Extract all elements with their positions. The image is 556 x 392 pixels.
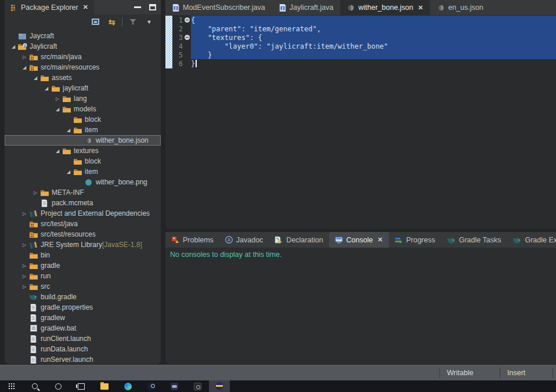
fold-collapse-icon[interactable] xyxy=(183,35,191,40)
minimize-view-button[interactable] xyxy=(134,6,141,8)
tree-item-jaycraft[interactable]: Jaycraft xyxy=(5,31,161,41)
tree-item-assets[interactable]: ◢assets xyxy=(5,72,161,83)
tree-item-bin[interactable]: bin xyxy=(5,250,161,260)
edge-icon[interactable] xyxy=(116,380,139,392)
tree-item-lang[interactable]: ▷lang xyxy=(5,93,161,104)
editor-tab-wither-bone-json[interactable]: wither_bone.json✕ xyxy=(340,0,430,15)
view-tab-javadoc[interactable]: aJavadoc xyxy=(219,232,269,248)
search-icon[interactable] xyxy=(23,380,46,392)
code-line-6[interactable]: 6} xyxy=(172,59,556,68)
editor-tab-jaylicraft-java[interactable]: JJaylicraft.java xyxy=(272,0,341,15)
declaration-icon xyxy=(275,236,283,244)
chevron-expanded-icon[interactable]: ◢ xyxy=(42,86,50,91)
tree-item-label: JRE System Library xyxy=(38,241,102,249)
chevron-collapsed-icon[interactable]: ▷ xyxy=(20,263,28,268)
code-line-4[interactable]: 4 "layer0": "jaylicraft:item/wither_bone… xyxy=(172,42,556,50)
tree-item-src-test-resources[interactable]: src/test/resources xyxy=(5,229,161,239)
chevron-collapsed-icon[interactable]: ▷ xyxy=(20,211,28,216)
tree-item-gradlew-bat[interactable]: gradlew.bat xyxy=(5,323,161,333)
fold-collapse-icon[interactable] xyxy=(183,17,191,23)
tree-item-gradle[interactable]: ▷gradle xyxy=(5,260,161,271)
dark-app-icon[interactable] xyxy=(186,380,209,392)
javadoc-icon: a xyxy=(225,236,233,244)
chevron-collapsed-icon[interactable]: ▷ xyxy=(31,190,39,195)
chevron-collapsed-icon[interactable]: ▷ xyxy=(20,55,28,60)
tree-item-jre-system-library[interactable]: ▷JRE System Library [JavaSE-1.8] xyxy=(5,239,161,250)
tree-item-wither-bone-json[interactable]: wither_bone.json xyxy=(5,135,161,146)
chevron-collapsed-icon[interactable]: ▷ xyxy=(20,284,28,289)
tree-item-jaylicraft[interactable]: ◢JJaylicraft xyxy=(5,41,161,52)
tree-item-rundata-launch[interactable]: runData.launch xyxy=(5,344,161,354)
tree-item-project-and-external-dependencies[interactable]: ▷Project and External Dependencies xyxy=(5,208,161,219)
start-icon[interactable] xyxy=(0,380,23,392)
bat-file-icon xyxy=(28,325,38,332)
eclipse-icon[interactable] xyxy=(209,380,230,392)
view-tab-problems[interactable]: Problems xyxy=(165,232,219,248)
code-line-3[interactable]: 3 "textures": { xyxy=(172,33,556,42)
tree-item-textures[interactable]: ◢textures xyxy=(5,146,161,156)
tree-item-wither-bone-png[interactable]: wither_bone.png xyxy=(5,177,161,187)
tree-item-item[interactable]: ◢item xyxy=(5,166,161,177)
chevron-expanded-icon[interactable]: ◢ xyxy=(64,128,73,133)
tree-item-models[interactable]: ◢models xyxy=(5,104,161,114)
tree-item-src-main-resources[interactable]: ◢src/main/resources xyxy=(5,62,161,72)
tree-item-src-test-java[interactable]: src/test/java xyxy=(5,219,161,229)
maximize-view-button[interactable] xyxy=(149,4,156,10)
link-with-editor-icon[interactable]: ⇆ xyxy=(106,17,117,27)
library-icon xyxy=(28,210,38,217)
code-line-2[interactable]: 2 "parent": "item/generated", xyxy=(172,24,556,33)
cortana-icon[interactable] xyxy=(46,380,70,392)
tree-item-pack-mcmeta[interactable]: pack.mcmeta xyxy=(5,198,161,208)
tree-item-block[interactable]: block xyxy=(5,156,161,166)
view-tab-gradle-tasks[interactable]: Gradle Tasks xyxy=(441,232,507,248)
view-menu-icon[interactable]: ▼ xyxy=(143,17,155,27)
chevron-expanded-icon[interactable]: ◢ xyxy=(31,75,39,81)
tree-item-src-main-java[interactable]: ▷src/main/java xyxy=(5,52,161,62)
tree-item-gradle-properties[interactable]: gradle.properties xyxy=(5,302,161,313)
view-tab-label: Problems xyxy=(183,236,214,244)
tree-item-gradlew[interactable]: gradlew xyxy=(5,313,161,323)
view-tab-console[interactable]: Console✕ xyxy=(329,232,389,248)
discord-icon[interactable] xyxy=(163,380,186,392)
chevron-collapsed-icon[interactable]: ▷ xyxy=(20,242,28,248)
chevron-expanded-icon[interactable]: ◢ xyxy=(53,107,62,112)
editor-tab-modeventsubscriber-java[interactable]: JModEventSubscriber.java xyxy=(165,0,272,15)
chevron-collapsed-icon[interactable]: ▷ xyxy=(20,274,28,279)
close-icon[interactable]: ✕ xyxy=(83,3,88,11)
text-file-icon xyxy=(28,335,38,343)
editor-body[interactable]: 1{2 "parent": "item/generated",3 "textur… xyxy=(165,15,556,229)
close-icon[interactable]: ✕ xyxy=(418,4,423,12)
tree-item-label: build.gradle xyxy=(38,293,77,301)
view-tab-gradle-executions[interactable]: Gradle Executions xyxy=(507,232,556,248)
tree-item-jaylicraft[interactable]: ◢jaylicraft xyxy=(5,83,161,93)
task-view-icon[interactable] xyxy=(70,380,93,392)
view-tab-declaration[interactable]: Declaration xyxy=(269,232,328,248)
filters-icon[interactable] xyxy=(127,17,139,27)
close-icon[interactable]: ✕ xyxy=(377,236,382,244)
file-explorer-icon[interactable] xyxy=(93,380,116,392)
tree-item-item[interactable]: ◢item xyxy=(5,125,161,135)
steam-icon[interactable] xyxy=(139,380,163,392)
tree-item-build-gradle[interactable]: build.gradle xyxy=(5,292,161,302)
chevron-expanded-icon[interactable]: ◢ xyxy=(20,65,28,70)
tree-item-meta-inf[interactable]: ▷META-INF xyxy=(5,187,161,198)
editor-tab-en-us-json[interactable]: en_us.json xyxy=(430,0,490,15)
editor-tab-label: en_us.json xyxy=(448,3,483,12)
chevron-expanded-icon[interactable]: ◢ xyxy=(64,169,73,175)
tab-package-explorer[interactable]: Package Explorer ✕ xyxy=(5,0,94,14)
tree-item-runserver-launch[interactable]: runServer.launch xyxy=(5,354,161,364)
text-file-icon xyxy=(28,356,38,364)
tree-item-block[interactable]: block xyxy=(5,114,161,125)
view-tab-progress[interactable]: Progress xyxy=(389,232,441,248)
tree-item-src[interactable]: ▷src xyxy=(5,281,161,292)
chevron-expanded-icon[interactable]: ◢ xyxy=(53,148,62,154)
code-line-5[interactable]: 5 } xyxy=(172,50,556,59)
chevron-expanded-icon[interactable]: ◢ xyxy=(9,44,17,49)
code-line-1[interactable]: 1{ xyxy=(172,16,556,24)
package-folder-icon xyxy=(28,64,38,71)
chevron-collapsed-icon[interactable]: ▷ xyxy=(53,96,62,101)
collapse-all-icon[interactable] xyxy=(89,17,101,27)
tree-item-run[interactable]: ▷run xyxy=(5,271,161,281)
tree-item-runclient-launch[interactable]: runClient.launch xyxy=(5,333,161,344)
tree-item-label: Jaylicraft xyxy=(27,42,57,50)
